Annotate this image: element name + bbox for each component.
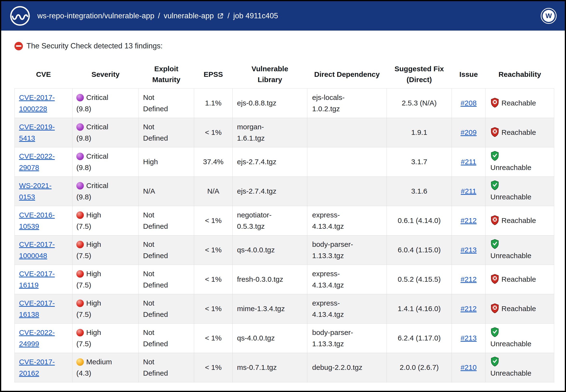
- reachability-label: Unreachable: [490, 164, 531, 171]
- exploit-maturity-cell: Not Defined: [139, 353, 194, 382]
- cve-link[interactable]: WS-2021-0153: [19, 182, 52, 201]
- severity-dot-icon: [76, 123, 84, 131]
- user-avatar[interactable]: W: [541, 8, 557, 24]
- column-header: Suggested Fix (Direct): [387, 60, 452, 89]
- issue-link[interactable]: #212: [461, 305, 477, 312]
- issue-link[interactable]: #211: [461, 158, 476, 166]
- reachability-cell: Unreachable: [486, 147, 554, 177]
- cve-link[interactable]: CVE-2017-1000228: [19, 93, 55, 113]
- issue-link[interactable]: #212: [461, 216, 477, 224]
- findings-table: CVESeverityExploit MaturityEPSSVulnerabl…: [14, 60, 554, 382]
- reachability-label: Reachable: [501, 128, 536, 136]
- exploit-maturity-cell: N/A: [139, 177, 194, 206]
- cve-link[interactable]: CVE-2019-5413: [19, 123, 55, 142]
- finding-row: CVE-2017-16119High(7.5)Not Defined< 1%fr…: [15, 265, 554, 294]
- issue-cell: #213: [452, 236, 486, 265]
- reachable-shield-icon: [490, 127, 499, 137]
- direct-dependency-cell: express-4.13.4.tgz: [307, 265, 387, 294]
- epss-cell: 1.1%: [194, 89, 233, 118]
- breadcrumb-separator: /: [158, 12, 160, 20]
- column-header: Vulnerable Library: [233, 60, 307, 89]
- severity-score: (9.8): [76, 162, 136, 173]
- issue-cell: #210: [452, 353, 486, 382]
- issue-link[interactable]: #213: [461, 334, 477, 342]
- severity-dot-icon: [76, 300, 84, 307]
- reachability-cell: Unreachable: [486, 353, 554, 382]
- external-link-icon[interactable]: [216, 12, 224, 20]
- suggested-fix-cell: 1.9.1: [387, 118, 452, 147]
- issue-link[interactable]: #210: [461, 363, 477, 371]
- exploit-maturity-cell: Not Defined: [139, 294, 194, 324]
- cve-cell: CVE-2017-1000228: [15, 89, 72, 118]
- column-header: Issue: [452, 60, 486, 89]
- epss-cell: < 1%: [194, 236, 233, 265]
- exploit-maturity-cell: Not Defined: [139, 89, 194, 118]
- finding-row: CVE-2022-29078Critical(9.8)High37.4%ejs-…: [15, 147, 554, 177]
- direct-dependency-cell: body-parser-1.13.3.tgz: [307, 236, 387, 265]
- exploit-maturity-cell: Not Defined: [139, 265, 194, 294]
- finding-row: CVE-2022-24999High(7.5)Not Defined< 1%qs…: [15, 324, 554, 353]
- reachability-label: Reachable: [501, 99, 536, 107]
- breadcrumb: ws-repo-integration/vulnerable-app / vul…: [37, 12, 278, 20]
- issue-link[interactable]: #213: [461, 246, 477, 254]
- vulnerable-library-cell: ejs-2.7.4.tgz: [233, 177, 307, 206]
- column-header: Severity: [72, 60, 139, 89]
- exploit-maturity-cell: Not Defined: [139, 324, 194, 353]
- reachability-cell: Unreachable: [486, 324, 554, 353]
- epss-cell: 37.4%: [194, 147, 233, 177]
- severity-score: (7.5): [76, 338, 136, 350]
- reachability-label: Unreachable: [490, 252, 531, 260]
- severity-score: (9.8): [76, 103, 136, 115]
- column-header: CVE: [15, 60, 72, 89]
- vulnerable-library-cell: ejs-2.7.4.tgz: [233, 147, 307, 177]
- severity-score: (7.5): [76, 221, 136, 232]
- severity-score: (9.8): [76, 191, 136, 203]
- breadcrumb-app-link[interactable]: vulnerable-app: [164, 12, 214, 20]
- issue-link[interactable]: #212: [461, 275, 477, 283]
- user-avatar-letter: W: [543, 10, 555, 22]
- severity-cell: High(7.5): [72, 206, 139, 236]
- mend-logo-icon[interactable]: [9, 5, 31, 27]
- severity-score: (4.3): [76, 368, 136, 379]
- reachability-cell: Unreachable: [486, 236, 554, 265]
- severity-score: (9.8): [76, 133, 136, 144]
- severity-dot-icon: [76, 358, 84, 366]
- issue-link[interactable]: #211: [461, 187, 476, 195]
- topbar: ws-repo-integration/vulnerable-app / vul…: [1, 1, 565, 31]
- finding-row: CVE-2017-1000228Critical(9.8)Not Defined…: [15, 89, 554, 118]
- breadcrumb-separator: /: [228, 12, 230, 20]
- severity-cell: Critical(9.8): [72, 89, 139, 118]
- severity-label: High: [86, 327, 101, 338]
- cve-link[interactable]: CVE-2016-10539: [19, 211, 55, 230]
- exploit-maturity-cell: Not Defined: [139, 236, 194, 265]
- reachability-label: Reachable: [501, 305, 536, 312]
- cve-link[interactable]: CVE-2017-20162: [19, 358, 55, 377]
- reachability-cell: Reachable: [486, 206, 554, 236]
- cve-link[interactable]: CVE-2022-29078: [19, 152, 55, 171]
- breadcrumb-repo-link[interactable]: ws-repo-integration/vulnerable-app: [37, 12, 154, 20]
- reachability-label: Unreachable: [490, 369, 531, 377]
- cve-cell: WS-2021-0153: [15, 177, 72, 206]
- epss-cell: < 1%: [194, 324, 233, 353]
- cve-link[interactable]: CVE-2017-16119: [19, 270, 55, 289]
- epss-cell: < 1%: [194, 265, 233, 294]
- cve-link[interactable]: CVE-2017-16138: [19, 299, 55, 318]
- reachability-cell: Reachable: [486, 89, 554, 118]
- issue-link[interactable]: #209: [461, 128, 477, 136]
- column-header: Direct Dependency: [307, 60, 387, 89]
- severity-cell: Critical(9.8): [72, 118, 139, 147]
- exploit-maturity-cell: Not Defined: [139, 206, 194, 236]
- vulnerable-library-cell: mime-1.3.4.tgz: [233, 294, 307, 324]
- reachability-cell: Reachable: [486, 294, 554, 324]
- cve-link[interactable]: CVE-2022-24999: [19, 328, 55, 348]
- reachability-cell: Reachable: [486, 118, 554, 147]
- issue-link[interactable]: #208: [461, 99, 477, 107]
- severity-score: (7.5): [76, 250, 136, 262]
- cve-link[interactable]: CVE-2017-1000048: [19, 240, 55, 260]
- finding-row: CVE-2017-1000048High(7.5)Not Defined< 1%…: [15, 236, 554, 265]
- vulnerable-library-cell: qs-4.0.0.tgz: [233, 236, 307, 265]
- exploit-maturity-cell: High: [139, 147, 194, 177]
- suggested-fix-cell: 6.0.4 (1.15.0): [387, 236, 452, 265]
- severity-cell: High(7.5): [72, 236, 139, 265]
- direct-dependency-cell: express-4.13.4.tgz: [307, 206, 387, 236]
